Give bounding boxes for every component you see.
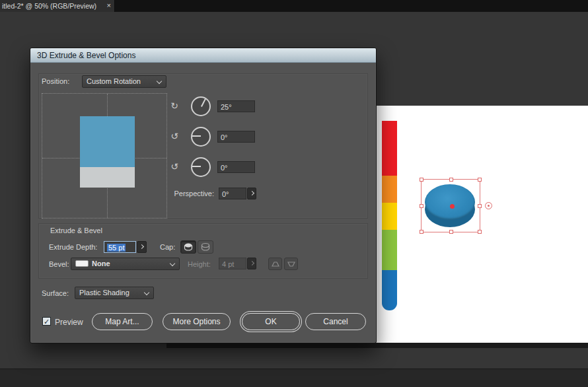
rotate-x-axis-icon: ↻ [167, 100, 182, 111]
position-value: Custom Rotation [87, 77, 141, 85]
dialog-3d-extrude-bevel-options: 3D Extrude & Bevel Options Position: Cus… [30, 48, 377, 343]
map-art-button-label: Map Art... [105, 317, 139, 326]
rotation-track-preview[interactable] [42, 93, 167, 219]
dialog-title: 3D Extrude & Bevel Options [37, 51, 135, 60]
chevron-right-icon [250, 191, 254, 195]
extrude-depth-value: 55 pt [107, 244, 126, 252]
rotate-z-axis-icon: ↺ [167, 161, 182, 172]
rotate-x-value: 25° [221, 103, 232, 111]
color-strip[interactable] [382, 121, 397, 310]
tab-close-icon[interactable]: × [107, 1, 111, 9]
rotate-y-dial[interactable] [191, 127, 211, 147]
document-tab-bar: itled-2* @ 50% (RGB/Preview) × [0, 0, 588, 12]
document-tab-title: itled-2* @ 50% (RGB/Preview) [2, 2, 96, 10]
strip-segment[interactable] [382, 270, 397, 310]
dial-needle [201, 98, 206, 106]
track-cube-front[interactable] [80, 116, 135, 167]
map-art-button[interactable]: Map Art... [92, 313, 153, 330]
artboard-shadow [166, 343, 588, 348]
selection-handle[interactable] [449, 178, 453, 182]
bevel-height-value: 4 pt [222, 260, 234, 268]
track-cube-bottom[interactable] [80, 167, 135, 188]
rotate-y-axis-icon: ↺ [167, 131, 182, 141]
cap-on-icon [183, 242, 194, 252]
perspective-input[interactable]: 0° [219, 188, 246, 199]
ok-button-label: OK [265, 317, 276, 326]
dial-needle [192, 166, 201, 167]
cancel-button-label: Cancel [323, 317, 348, 326]
more-options-button-label: More Options [172, 317, 220, 326]
selection-handle[interactable] [478, 178, 482, 182]
bevel-extent-out-button [268, 258, 282, 270]
rotate-target-icon[interactable] [485, 202, 492, 209]
bevel-none-swatch-icon [75, 260, 89, 267]
bevel-height-expander-button [247, 258, 256, 269]
rotate-z-value: 0° [221, 164, 228, 172]
surface-dropdown[interactable]: Plastic Shading [75, 287, 154, 299]
selection-handle[interactable] [478, 204, 482, 208]
chevron-down-icon [144, 290, 149, 295]
bevel-extent-out-icon [272, 261, 279, 267]
ok-button[interactable]: OK [242, 313, 300, 330]
more-options-button[interactable]: More Options [163, 313, 231, 330]
strip-segment[interactable] [382, 176, 397, 203]
dial-needle [192, 135, 201, 137]
dialog-title-bar[interactable]: 3D Extrude & Bevel Options [30, 48, 376, 63]
position-dropdown[interactable]: Custom Rotation [82, 75, 166, 88]
application-window: itled-2* @ 50% (RGB/Preview) × 3D Extrud… [0, 0, 588, 387]
selection-handle[interactable] [420, 204, 423, 208]
cap-off-button[interactable] [198, 240, 213, 254]
chevron-right-icon [139, 244, 144, 249]
chevron-down-icon [170, 261, 175, 266]
selection-handle[interactable] [420, 178, 423, 182]
perspective-label: Perspective: [129, 190, 214, 197]
bevel-dropdown[interactable]: None [71, 258, 180, 270]
rotate-x-dial[interactable] [191, 96, 211, 116]
bevel-extent-in-icon [287, 261, 295, 267]
perspective-value: 0° [222, 190, 229, 198]
rotate-y-input[interactable]: 0° [217, 131, 255, 143]
strip-segment[interactable] [382, 121, 397, 176]
chevron-right-icon [250, 261, 254, 265]
extrude-depth-label: Extrude Depth: [49, 243, 97, 251]
chevron-down-icon [157, 79, 162, 84]
rotate-y-value: 0° [221, 133, 228, 141]
surface-value: Plastic Shading [79, 289, 129, 297]
bevel-value: None [92, 260, 110, 267]
cancel-button[interactable]: Cancel [305, 313, 366, 330]
document-tab[interactable]: itled-2* @ 50% (RGB/Preview) × [0, 0, 115, 12]
rotate-z-input[interactable]: 0° [217, 161, 255, 173]
surface-label: Surface: [42, 289, 69, 297]
cap-on-button[interactable] [180, 240, 196, 254]
selection-handle[interactable] [478, 230, 482, 234]
selection-handle[interactable] [449, 230, 453, 234]
strip-segment[interactable] [382, 230, 397, 270]
bevel-height-input: 4 pt [219, 258, 246, 269]
preview-checkbox-label: Preview [55, 318, 83, 327]
cap-label: Cap: [160, 243, 175, 251]
bevel-extent-in-button [284, 258, 298, 270]
cap-off-icon [200, 242, 211, 252]
rotate-z-dial[interactable] [191, 157, 211, 177]
bevel-label: Bevel: [49, 260, 69, 268]
extrude-depth-expander-button[interactable] [137, 241, 147, 253]
position-label: Position: [42, 77, 69, 85]
strip-segment[interactable] [382, 203, 397, 230]
selection-handle[interactable] [420, 230, 423, 234]
preview-checkbox[interactable]: ✓ [42, 317, 51, 326]
perspective-expander-button[interactable] [247, 188, 256, 199]
extrude-depth-input[interactable]: 55 pt [104, 241, 136, 253]
bevel-height-label: Height: [188, 260, 211, 268]
extrude-bevel-section-label: Extrude & Bevel [50, 227, 102, 234]
rotate-x-input[interactable]: 25° [217, 100, 255, 112]
selection-bounding-box [421, 179, 480, 232]
selected-artwork[interactable] [416, 173, 494, 239]
bottom-panel-strip [0, 369, 588, 387]
